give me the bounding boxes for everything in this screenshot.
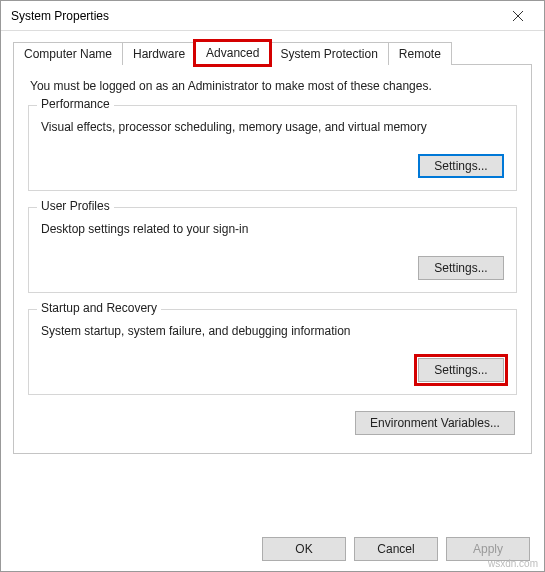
tab-system-protection[interactable]: System Protection (269, 42, 388, 65)
startup-recovery-settings-button[interactable]: Settings... (418, 358, 504, 382)
tab-hardware[interactable]: Hardware (122, 42, 196, 65)
performance-settings-button[interactable]: Settings... (418, 154, 504, 178)
group-performance-title: Performance (37, 97, 114, 111)
group-startup-recovery: Startup and Recovery System startup, sys… (28, 309, 517, 395)
tab-computer-name[interactable]: Computer Name (13, 42, 123, 65)
tabstrip: Computer Name Hardware Advanced System P… (13, 41, 532, 65)
admin-notice: You must be logged on as an Administrato… (30, 79, 517, 93)
titlebar: System Properties (1, 1, 544, 31)
group-user-profiles-desc: Desktop settings related to your sign-in (41, 222, 504, 236)
dialog-footer: OK Cancel Apply (262, 537, 530, 561)
ok-button[interactable]: OK (262, 537, 346, 561)
group-user-profiles-title: User Profiles (37, 199, 114, 213)
close-button[interactable] (498, 2, 538, 30)
dialog-content: Computer Name Hardware Advanced System P… (1, 31, 544, 454)
group-startup-recovery-title: Startup and Recovery (37, 301, 161, 315)
group-performance: Performance Visual effects, processor sc… (28, 105, 517, 191)
group-startup-recovery-desc: System startup, system failure, and debu… (41, 324, 504, 338)
tab-panel-advanced: You must be logged on as an Administrato… (13, 65, 532, 454)
tab-advanced[interactable]: Advanced (195, 41, 270, 65)
environment-variables-button[interactable]: Environment Variables... (355, 411, 515, 435)
window-title: System Properties (11, 9, 498, 23)
tab-remote[interactable]: Remote (388, 42, 452, 65)
apply-button[interactable]: Apply (446, 537, 530, 561)
close-icon (513, 11, 523, 21)
group-performance-desc: Visual effects, processor scheduling, me… (41, 120, 504, 134)
group-user-profiles: User Profiles Desktop settings related t… (28, 207, 517, 293)
cancel-button[interactable]: Cancel (354, 537, 438, 561)
user-profiles-settings-button[interactable]: Settings... (418, 256, 504, 280)
